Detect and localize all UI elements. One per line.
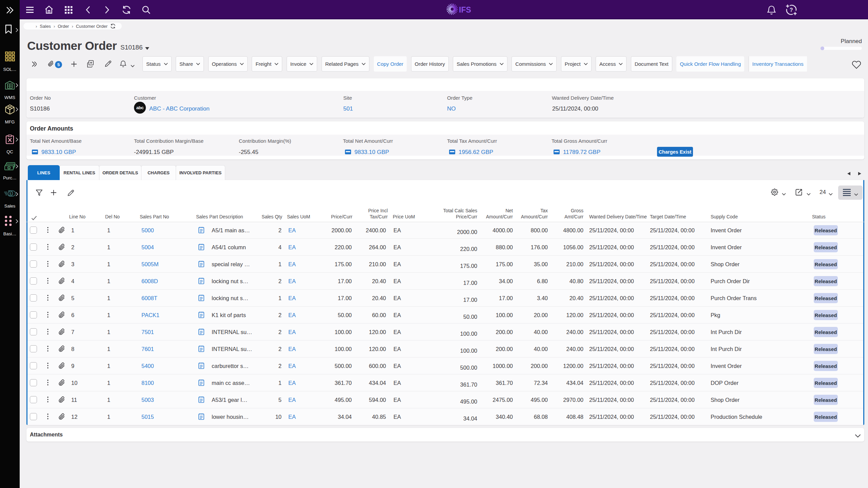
svg-text:$: $ [9, 192, 11, 196]
svg-text:?: ? [790, 7, 793, 13]
svg-text:$: $ [8, 167, 10, 170]
